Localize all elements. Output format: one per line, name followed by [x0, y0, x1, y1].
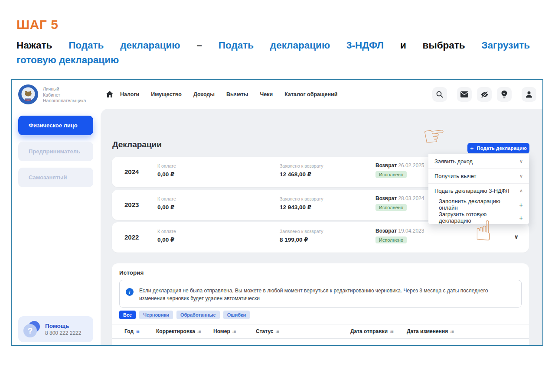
declaration-refund: Заявлено к возврату 12 943,00 ₽: [280, 196, 323, 211]
sort-icon: ↓≡: [197, 329, 201, 334]
filter-chip[interactable]: Все: [119, 311, 136, 319]
help-title: Помощь: [45, 323, 81, 329]
declaration-return: Возврат 19.04.2023 Исполнено: [375, 228, 424, 243]
screenshot-frame: Личный Кабинет Налогоплательщика Налоги …: [11, 79, 543, 346]
sidebar: Физическое лицо Предприниматель Самозаня…: [12, 109, 101, 345]
hide-interface-button[interactable]: [477, 87, 492, 102]
column-label: Дата отправки: [350, 328, 388, 334]
nav-item[interactable]: Каталог обращений: [284, 91, 337, 97]
help-phone: 8 800 222 2222: [45, 330, 81, 336]
sort-icon: ↑≡: [135, 329, 139, 334]
history-title: История: [119, 269, 144, 276]
declaration-return: Возврат 28.03.2024 Исполнено: [375, 195, 424, 211]
main-nav: Налоги Имущество Доходы Вычеты Чеки Ката…: [120, 80, 337, 109]
profile-button[interactable]: [522, 87, 536, 102]
column-label: Номер: [213, 328, 230, 334]
declaration-pay: К оплате 0,00 ₽: [157, 163, 176, 178]
plus-icon: +: [519, 214, 523, 221]
instruction-segment: Нажать: [16, 40, 69, 51]
chevron-down-icon: ∨: [519, 173, 523, 179]
menu-item[interactable]: Заполнить декларацию онлайн +: [428, 198, 529, 211]
pay-value: 0,00 ₽: [157, 236, 176, 243]
instruction-segment: Загрузить: [482, 40, 530, 51]
home-icon[interactable]: [105, 90, 114, 99]
menu-item-label: Заявить доход: [434, 158, 473, 165]
chevron-down-icon[interactable]: ∨: [514, 233, 519, 240]
fns-logo: [18, 84, 39, 105]
page-title: Декларации: [112, 140, 162, 149]
submit-declaration-button[interactable]: + Подать декларацию: [467, 143, 529, 153]
status-badge: Исполнено: [375, 236, 407, 243]
return-label: Возврат: [375, 162, 397, 168]
tips-button[interactable]: [497, 87, 512, 102]
declaration-pay: К оплате 0,00 ₽: [157, 196, 176, 211]
lightbulb-icon: [501, 91, 507, 99]
table-column-header[interactable]: Дата изменения ↓≡: [407, 328, 529, 334]
filter-chip[interactable]: Черновики: [139, 311, 173, 319]
table-column-header[interactable]: Корректировка ↓≡: [156, 328, 213, 334]
search-button[interactable]: [432, 87, 447, 102]
column-label: Дата изменения: [407, 328, 448, 334]
menu-item[interactable]: Заявить доход ∨: [428, 154, 529, 168]
refund-value: 8 199,00 ₽: [280, 236, 323, 243]
instruction-segment: Подать декларацию: [69, 40, 180, 51]
app-title-line: Налогоплательщика: [43, 98, 86, 104]
info-icon: i: [126, 288, 134, 296]
eye-off-icon: [480, 91, 489, 98]
declaration-refund: Заявлено к возврату 8 199,00 ₽: [280, 229, 323, 243]
app-title: Личный Кабинет Налогоплательщика: [43, 86, 86, 104]
instruction-line-1: Нажать Подать декларацию – Подать деклар…: [16, 38, 530, 53]
draft-notice-text: Если декларация не была отправлена, Вы м…: [139, 285, 515, 302]
nav-item[interactable]: Вычеты: [226, 91, 248, 97]
declaration-refund: Заявлено к возврату 12 468,00 ₽: [280, 163, 323, 178]
sidebar-profile-button[interactable]: Самозанятый: [18, 168, 93, 187]
menu-item[interactable]: Получить вычет ∨: [428, 168, 529, 183]
app-title-line: Личный: [43, 86, 86, 92]
history-filters: Все Черновики Обработанные Ошибки: [119, 311, 250, 319]
sidebar-profile-button[interactable]: Физическое лицо: [18, 116, 93, 135]
plus-icon: +: [519, 201, 523, 208]
instruction-segment: Подать декларацию 3-НДФЛ: [219, 40, 384, 51]
help-card[interactable]: ? Помощь 8 800 222 2222: [18, 316, 93, 342]
nav-item[interactable]: Чеки: [260, 91, 273, 97]
pay-label: К оплате: [157, 196, 176, 201]
sidebar-profile-button[interactable]: Предприниматель: [18, 142, 93, 161]
refund-label: Заявлено к возврату: [280, 163, 323, 168]
declaration-pay: К оплате 0,00 ₽: [157, 229, 176, 243]
history-table-header: Год ↑≡ Корректировка ↓≡ Номер ↓≡ Ст: [112, 324, 529, 339]
status-badge: Исполнено: [375, 171, 407, 178]
history-section: История i Если декларация не была отправ…: [112, 263, 529, 346]
app-header: Личный Кабинет Налогоплательщика Налоги …: [12, 80, 542, 109]
nav-item[interactable]: Налоги: [120, 91, 139, 97]
table-column-header[interactable]: Статус ↓≡: [256, 328, 350, 334]
declaration-year: 2024: [124, 168, 139, 175]
pay-value: 0,00 ₽: [157, 171, 176, 178]
pay-label: К оплате: [157, 163, 176, 168]
column-label: Корректировка: [156, 328, 195, 334]
chevron-down-icon: ∨: [519, 159, 523, 164]
table-column-header[interactable]: Год ↑≡: [124, 328, 156, 334]
refund-label: Заявлено к возврату: [280, 229, 323, 234]
declaration-row[interactable]: 2022 К оплате 0,00 ₽ Заявлено к возврату…: [112, 222, 529, 253]
draft-notice: i Если декларация не была отправлена, Вы…: [119, 280, 522, 308]
table-column-header[interactable]: Номер ↓≡: [213, 328, 256, 334]
refund-label: Заявлено к возврату: [280, 196, 323, 201]
mail-icon: [460, 91, 468, 97]
nav-item[interactable]: Имущество: [151, 91, 182, 97]
filter-chip[interactable]: Обработанные: [176, 311, 220, 319]
sort-icon: ↓≡: [389, 329, 393, 334]
instruction-segment: готовую декларацию: [16, 55, 119, 65]
question-icon: ?: [23, 321, 40, 337]
plus-icon: +: [470, 145, 473, 152]
app-title-line: Кабинет: [43, 92, 86, 98]
return-label: Возврат: [375, 195, 397, 201]
instruction-line-2: готовую декларацию: [16, 53, 530, 68]
table-column-header[interactable]: Дата отправки ↓≡: [350, 328, 407, 334]
menu-item[interactable]: Подать декларацию 3-НДФЛ ∧: [428, 183, 529, 198]
messages-button[interactable]: [457, 87, 472, 102]
filter-chip[interactable]: Ошибки: [223, 311, 250, 319]
instruction-segment: –: [196, 40, 218, 51]
declaration-return: Возврат 26.02.2025 Исполнено: [375, 162, 424, 178]
nav-item[interactable]: Доходы: [193, 91, 215, 97]
chevron-up-icon: ∧: [519, 188, 523, 194]
